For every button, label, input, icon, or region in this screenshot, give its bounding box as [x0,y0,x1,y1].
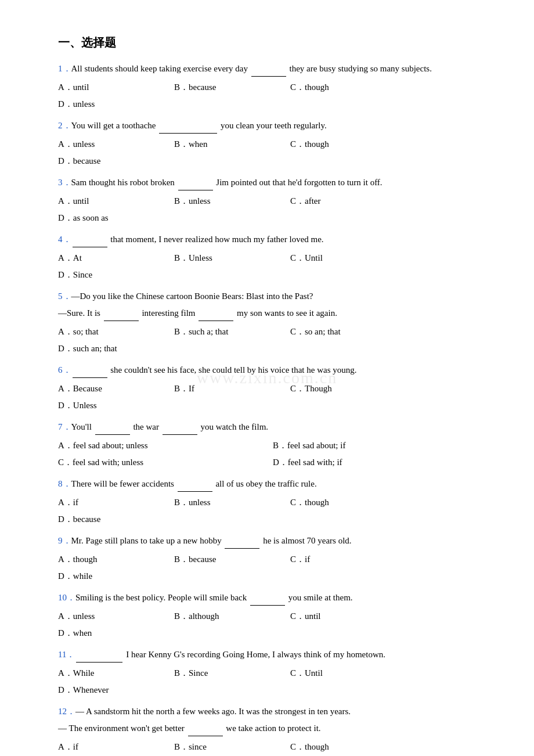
question-2-text: 2．You will get a toothache you clean you… [58,118,488,134]
question-3: 3．Sam thought his robot broken Jim point… [58,175,488,226]
q10-optD: D．when [58,625,174,642]
q5-blank2 [199,311,233,321]
q4-number: 4． [58,235,71,244]
q4-blank [73,237,107,247]
q5-optA: A．so; that [58,323,174,340]
q6-optA: A．Because [58,380,174,397]
q10-number: 10． [58,593,75,602]
q1-optC: C．though [290,79,406,96]
q10-blank [250,595,285,606]
q7-blank2 [163,424,197,435]
question-12: 12．— A sandstorm hit the north a few wee… [58,704,488,756]
question-8-text: 8．There will be fewer accidents all of u… [58,476,488,492]
q12-options: A．if B．since C．though D．unless [58,739,488,756]
q5-blank1 [104,311,139,321]
q1-number: 1． [58,64,71,73]
question-11: 11． I hear Kenny G's recording Going Hom… [58,647,488,698]
question-12-line2: — The environment won't get better we ta… [58,721,488,736]
q9-number: 9． [58,536,71,545]
q5-optD: D．such an; that [58,340,174,357]
q4-options: A．At B．Unless C．Until D．Since [58,250,488,283]
q4-optA: A．At [58,250,174,267]
q1-optB: B．because [174,79,290,96]
question-8: 8．There will be fewer accidents all of u… [58,476,488,527]
question-6-text: 6． she couldn't see his face, she could … [58,362,488,378]
q2-optD: D．because [58,153,174,170]
q1-optD: D．unless [58,96,174,113]
q2-optC: C．though [290,136,406,153]
question-6: 6． she couldn't see his face, she could … [58,362,488,413]
question-9: 9．Mr. Page still plans to take up a new … [58,533,488,584]
q9-optA: A．though [58,551,174,568]
q8-optD: D．because [58,511,174,528]
question-5-line2: —Sure. It is interesting film my son wan… [58,305,488,321]
question-3-text: 3．Sam thought his robot broken Jim point… [58,175,488,190]
q12-optA: A．if [58,739,174,755]
q8-number: 8． [58,479,71,488]
question-11-text: 11． I hear Kenny G's recording Going Hom… [58,647,488,663]
q2-optA: A．unless [58,136,174,153]
q3-optB: B．unless [174,193,290,210]
q7-optD: D．feel sad with; if [273,454,488,471]
q5-optC: C．so an; that [290,323,406,340]
q6-options: A．Because B．If C．Though D．Unless [58,380,488,413]
q12-optB: B．since [174,739,290,755]
q6-optD: D．Unless [58,397,174,414]
question-10: 10．Smiling is the best policy. People wi… [58,590,488,641]
q11-optD: D．Whenever [58,682,174,699]
q8-optB: B．unless [174,494,290,511]
q7-number: 7． [58,422,71,431]
question-4-text: 4． that moment, I never realized how muc… [58,232,488,247]
q10-options: A．unless B．although C．until D．when [58,608,488,641]
question-7: 7．You'll the war you watch the film. A．f… [58,419,488,470]
q1-options: A．until B．because C．though D．unless [58,79,488,112]
q12-optC: C．though [290,739,406,755]
q8-optA: A．if [58,494,174,511]
q3-blank [178,180,213,190]
q3-optC: C．after [290,193,406,210]
q3-options: A．until B．unless C．after D．as soon as [58,193,488,226]
q8-optC: C．though [290,494,406,511]
question-5-line1: 5．—Do you like the Chinese cartoon Booni… [58,289,488,304]
q2-optB: B．when [174,136,290,153]
q5-optB: B．such a; that [174,323,290,340]
q4-optD: D．Since [58,267,174,283]
q5-options: A．so; that B．such a; that C．so an; that … [58,323,488,357]
q2-options: A．unless B．when C．though D．because [58,136,488,169]
q3-optD: D．as soon as [58,210,174,226]
q7-options: A．feel sad about; unless B．feel sad abou… [58,437,488,470]
q1-blank [251,66,286,77]
q3-optA: A．until [58,193,174,210]
q4-optB: B．Unless [174,250,290,267]
q10-optA: A．unless [58,608,174,625]
q11-blank [76,652,122,663]
q7-optA: A．feel sad about; unless [58,437,273,454]
q5-number: 5． [58,291,71,301]
question-10-text: 10．Smiling is the best policy. People wi… [58,590,488,606]
q8-blank [178,481,212,492]
q10-optB: B．although [174,608,290,625]
q8-options: A．if B．unless C．though D．because [58,494,488,527]
q9-optB: B．because [174,551,290,568]
question-4: 4． that moment, I never realized how muc… [58,232,488,283]
q6-number: 6． [58,365,71,375]
q6-optC: C．Though [290,380,406,397]
q6-blank [73,368,107,378]
q6-optB: B．If [174,380,290,397]
question-5: 5．—Do you like the Chinese cartoon Booni… [58,289,488,357]
q12-blank [188,726,223,736]
q12-number: 12． [58,707,75,716]
q7-optC: C．feel sad with; unless [58,454,273,471]
q11-optA: A．While [58,665,174,682]
section-title: 一、选择题 [58,35,488,51]
question-1: 1．All students should keep taking exerci… [58,61,488,112]
q10-optC: C．until [290,608,406,625]
q11-number: 11． [58,650,75,659]
q3-number: 3． [58,178,71,187]
q9-options: A．though B．because C．if D．while [58,551,488,584]
q11-optB: B．Since [174,665,290,682]
question-1-text: 1．All students should keep taking exerci… [58,61,488,77]
question-12-line1: 12．— A sandstorm hit the north a few wee… [58,704,488,719]
q11-options: A．While B．Since C．Until D．Whenever [58,665,488,698]
q1-optA: A．until [58,79,174,96]
